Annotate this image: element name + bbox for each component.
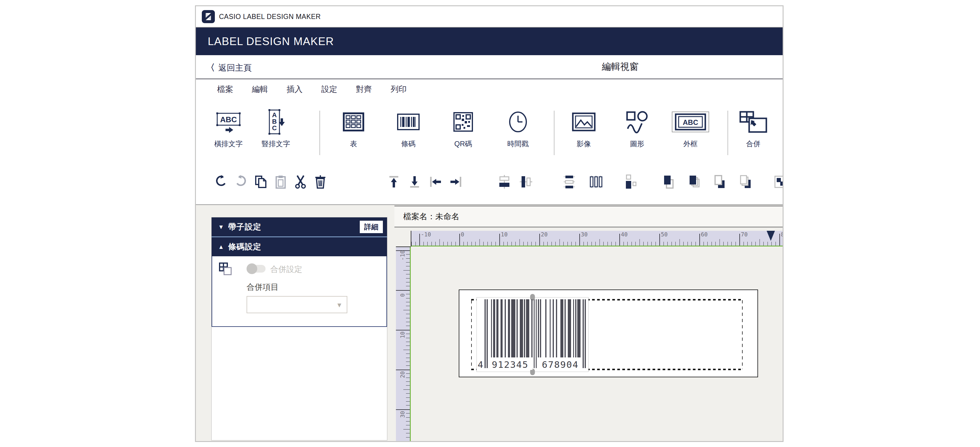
ruler-baseline-vertical xyxy=(410,247,411,441)
tool-label: 合併 xyxy=(746,139,760,148)
menu-編輯[interactable]: 編輯 xyxy=(252,84,268,95)
distribute-vertical-button[interactable] xyxy=(562,173,576,191)
delete-button[interactable] xyxy=(313,173,327,191)
align-left-button[interactable] xyxy=(428,173,442,191)
ruler-tick xyxy=(648,242,648,246)
ruler-tick xyxy=(479,239,480,246)
tool-frame[interactable]: ABC外框 xyxy=(668,105,713,148)
edit-tool-group xyxy=(624,173,637,191)
ruler-tick xyxy=(443,242,444,246)
merge-item-dropdown[interactable]: ▼ xyxy=(247,296,347,313)
ruler-label: 80 xyxy=(781,231,783,238)
tool-horizontal-text[interactable]: ABC橫排文字 xyxy=(206,105,251,148)
ruler-tick xyxy=(780,234,780,246)
label-canvas[interactable]: 9123456789044 xyxy=(459,289,758,377)
send-backward-button[interactable] xyxy=(713,173,727,191)
menu-檔案[interactable]: 檔案 xyxy=(217,84,233,95)
table-icon xyxy=(342,108,364,136)
match-size-button[interactable] xyxy=(624,173,637,191)
ruler-tick xyxy=(406,437,410,437)
menu-設定[interactable]: 設定 xyxy=(321,84,337,95)
edit-tool-group xyxy=(498,173,533,191)
align-bottom-button[interactable] xyxy=(408,173,422,191)
tool-vertical-text[interactable]: ABC豎排文字 xyxy=(254,105,298,148)
ruler-label: 10 xyxy=(399,329,406,341)
image-icon xyxy=(572,108,596,136)
detail-button[interactable]: 詳細 xyxy=(360,221,383,233)
tool-table[interactable]: 表 xyxy=(331,105,376,148)
undo-button[interactable] xyxy=(214,173,228,191)
menu-列印[interactable]: 列印 xyxy=(391,84,407,95)
redo-button[interactable] xyxy=(234,173,248,191)
edit-tool-group xyxy=(662,173,752,191)
barcode-settings-header[interactable]: ▲ 條碼設定 xyxy=(212,237,387,256)
barcode-object[interactable]: 9123456789044 xyxy=(477,297,589,372)
ruler-tick xyxy=(406,342,410,342)
ruler-label: 20 xyxy=(541,231,548,238)
ruler-label: 40 xyxy=(621,231,628,238)
distribute-horizontal-button[interactable] xyxy=(589,173,603,191)
ruler-tick xyxy=(640,239,640,246)
barcode-bar xyxy=(582,299,584,368)
ruler-tick xyxy=(431,242,432,246)
ruler-tick xyxy=(595,242,596,246)
menu-插入[interactable]: 插入 xyxy=(286,84,302,95)
ruler-tick xyxy=(727,242,728,246)
ruler-label: 10 xyxy=(501,231,508,238)
edit-toolbar xyxy=(196,166,783,197)
tool-merge[interactable]: 合併 xyxy=(731,105,776,148)
ruler-tick xyxy=(447,242,448,246)
menu-對齊[interactable]: 對齊 xyxy=(356,84,372,95)
toolbar-separator xyxy=(727,111,728,155)
ruler-tick xyxy=(415,242,416,246)
ruler-tick xyxy=(735,242,736,246)
ruler-tick xyxy=(687,242,688,246)
filename-bar: 檔案名：未命名 xyxy=(395,206,783,228)
ruler-tick xyxy=(571,242,572,246)
ruler-marker-icon[interactable] xyxy=(767,231,775,241)
bring-to-front-button[interactable] xyxy=(662,173,676,191)
tool-barcode[interactable]: 條碼 xyxy=(386,105,431,148)
tape-settings-title: 帶子設定 xyxy=(228,222,261,232)
tool-timestamp[interactable]: 時間戳 xyxy=(496,105,540,148)
ruler-tick xyxy=(406,413,410,413)
ruler-tick xyxy=(651,242,652,246)
back-to-home-button[interactable]: 〈 返回主頁 xyxy=(206,62,251,74)
settings-sidebar: ▼ 帶子設定 詳細 ▲ 條碼設定 xyxy=(211,217,387,441)
merge-toggle[interactable] xyxy=(247,263,266,274)
expand-triangle-icon: ▲ xyxy=(218,244,224,251)
toggle-knob xyxy=(247,263,257,274)
tape-settings-header[interactable]: ▼ 帶子設定 詳細 xyxy=(212,217,387,236)
ruler-tick xyxy=(406,385,410,386)
copy-button[interactable] xyxy=(254,173,267,191)
ruler-tick xyxy=(500,234,500,246)
barcode-bar xyxy=(536,299,537,368)
vertical-text-icon: ABC xyxy=(262,108,290,136)
cut-button[interactable] xyxy=(294,173,307,191)
merge-settings-panel: 合併設定 合併項目 ▼ xyxy=(212,256,387,327)
insert-tool-group: ABC橫排文字ABC豎排文字 xyxy=(206,105,298,163)
align-top-button[interactable] xyxy=(387,173,401,191)
group-objects-button[interactable] xyxy=(774,173,783,191)
barcode-digits: 912345 xyxy=(492,359,528,370)
dropdown-arrow-icon: ▼ xyxy=(336,301,342,309)
ruler-tick xyxy=(406,405,410,405)
tool-shape[interactable]: 圖形 xyxy=(615,105,659,148)
bring-forward-button[interactable] xyxy=(688,173,702,191)
align-right-button[interactable] xyxy=(449,173,463,191)
paste-button[interactable] xyxy=(274,173,288,191)
ruler-tick xyxy=(584,242,584,246)
ruler-tick xyxy=(683,242,684,246)
ruler-tick xyxy=(563,242,564,246)
ruler-tick xyxy=(663,242,664,246)
qr-code-icon xyxy=(453,108,473,136)
align-center-button[interactable] xyxy=(519,173,533,191)
ruler-tick xyxy=(483,242,484,246)
tool-image[interactable]: 影像 xyxy=(562,105,606,148)
frame-icon: ABC xyxy=(671,108,710,136)
insert-toolbar: ABC橫排文字ABC豎排文字表條碼QR碼時間戳影像圖形ABC外框合併 xyxy=(196,105,783,163)
tool-qr-code[interactable]: QR碼 xyxy=(441,105,485,148)
ruler-tick xyxy=(406,322,410,322)
align-middle-button[interactable] xyxy=(498,173,511,191)
send-to-back-button[interactable] xyxy=(739,173,752,191)
